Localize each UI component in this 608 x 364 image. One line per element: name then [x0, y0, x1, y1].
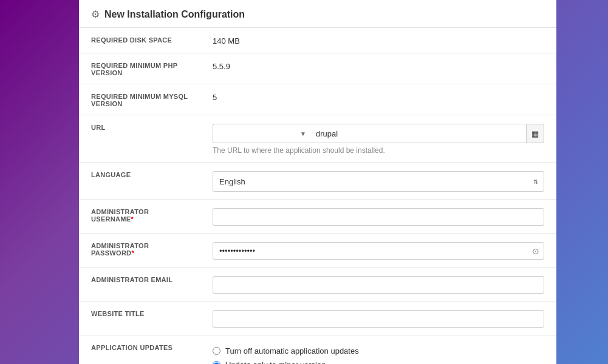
password-input-wrapper: ⊙: [213, 242, 544, 260]
value-php-version: 5.5.9: [200, 53, 556, 84]
label-mysql-version: Required Minimum MySQL Version: [79, 84, 200, 115]
label-app-updates: Application Updates: [79, 335, 200, 365]
url-domain-select[interactable]: [213, 124, 310, 143]
value-disk-space: 140 MB: [200, 28, 556, 53]
value-admin-username: [200, 200, 556, 234]
username-required-star: *: [131, 215, 134, 223]
admin-username-input[interactable]: [213, 208, 544, 226]
radio-item-minor-only[interactable]: Update only to minor version: [213, 360, 544, 364]
radio-label-minor-only: Update only to minor version: [225, 360, 326, 364]
password-required-star: *: [131, 249, 134, 257]
url-path-input[interactable]: [310, 124, 527, 143]
label-url: URL: [79, 115, 200, 163]
row-admin-username: Administrator Username*: [79, 200, 556, 234]
admin-password-input[interactable]: [213, 242, 544, 260]
row-admin-email: Administrator Email: [79, 268, 556, 302]
label-admin-email: Administrator Email: [79, 268, 200, 302]
radio-minor-only[interactable]: [213, 361, 220, 364]
url-hint: The URL to where the application should …: [213, 146, 544, 155]
value-website-title: [200, 302, 556, 335]
config-table: Required Disk Space 140 MB Required Mini…: [79, 28, 556, 364]
value-language: English ⇅: [200, 163, 556, 200]
website-title-input[interactable]: [213, 310, 544, 328]
row-url: URL ▼ ▦ The URL to: [79, 115, 556, 163]
panel-header: ⚙ New Installation Configuration: [79, 0, 556, 28]
row-mysql-version: Required Minimum MySQL Version 5: [79, 84, 556, 115]
row-website-title: Website Title: [79, 302, 556, 335]
row-disk-space: Required Disk Space 140 MB: [79, 28, 556, 53]
gear-icon: ⚙: [91, 8, 100, 20]
main-content: ⚙ New Installation Configuration Require…: [79, 0, 556, 364]
row-php-version: Required Minimum PHP Version 5.5.9: [79, 53, 556, 84]
label-admin-password: Administrator Password*: [79, 234, 200, 268]
language-select[interactable]: English: [213, 171, 544, 192]
url-input-group: ▼ ▦: [213, 124, 544, 143]
radio-label-turn-off: Turn off automatic application updates: [225, 346, 359, 356]
language-select-wrapper: English ⇅: [213, 171, 544, 192]
sidebar-left: [0, 0, 79, 364]
label-php-version: Required Minimum PHP Version: [79, 53, 200, 84]
radio-item-turn-off[interactable]: Turn off automatic application updates: [213, 346, 544, 356]
panel-title: New Installation Configuration: [104, 9, 245, 20]
label-disk-space: Required Disk Space: [79, 28, 200, 53]
url-icon-button[interactable]: ▦: [527, 124, 544, 143]
admin-email-input[interactable]: [213, 276, 544, 294]
url-select-wrapper: ▼: [213, 124, 310, 143]
app-updates-radio-group: Turn off automatic application updates U…: [213, 344, 544, 364]
value-app-updates: Turn off automatic application updates U…: [200, 335, 556, 365]
label-admin-username: Administrator Username*: [79, 200, 200, 234]
row-admin-password: Administrator Password* ⊙: [79, 234, 556, 268]
label-website-title: Website Title: [79, 302, 200, 335]
row-app-updates: Application Updates Turn off automatic a…: [79, 335, 556, 365]
value-mysql-version: 5: [200, 84, 556, 115]
value-url: ▼ ▦ The URL to where the application sho…: [200, 115, 556, 163]
row-language: Language English ⇅: [79, 163, 556, 200]
value-admin-email: [200, 268, 556, 302]
radio-turn-off[interactable]: [213, 347, 220, 355]
sidebar-right: [556, 0, 608, 364]
label-language: Language: [79, 163, 200, 200]
value-admin-password: ⊙: [200, 234, 556, 268]
url-grid-icon: ▦: [531, 129, 539, 138]
password-visibility-icon[interactable]: ⊙: [532, 246, 539, 256]
